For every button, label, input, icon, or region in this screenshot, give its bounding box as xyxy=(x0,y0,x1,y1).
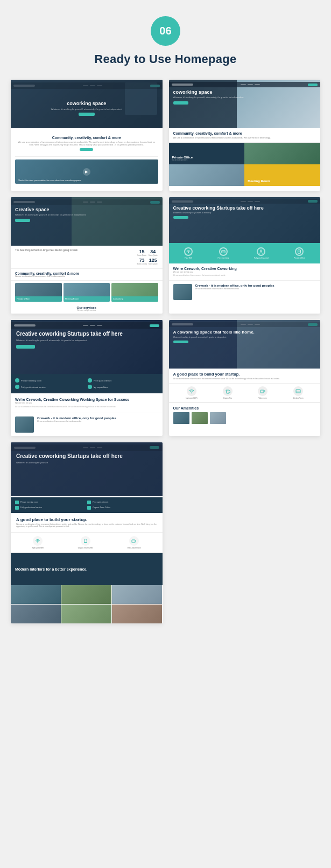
stat-num-2: 34 xyxy=(148,249,158,254)
stat-box-2: 34 Some Qoute xyxy=(148,249,158,256)
card7-feat-text-2: Free quick internet xyxy=(93,501,108,503)
card1-learn-more-btn[interactable] xyxy=(80,148,93,151)
card7-overlay: Creative coworking Startups take off her… xyxy=(11,442,163,496)
card3-community-text: We use combination of two resources that… xyxy=(15,275,158,277)
card7-feat-text-1: Private meeting room xyxy=(20,501,38,503)
feature-text-2: Free quick internet xyxy=(94,379,111,382)
card7-hero: Creative coworking Startups take off her… xyxy=(11,442,163,496)
card1-overlay: coworking space Whatever it's working fo… xyxy=(11,80,163,128)
page-wrapper: 06 Ready to Use Homepage cowor xyxy=(0,0,331,645)
feature-item-2: Free quick internet xyxy=(88,378,158,383)
card2-community: Community, creativity, comfort & more We… xyxy=(169,128,321,143)
card2-hero-title: coworking space xyxy=(173,89,316,95)
card5-overlay: Creative coworking Startups take off her… xyxy=(11,320,163,374)
card7-feat-icon-4 xyxy=(87,506,91,510)
crework-image xyxy=(173,284,192,300)
card1-video[interactable]: ▶ Check this video presentation for more… xyxy=(15,159,158,184)
svg-point-2 xyxy=(260,250,262,252)
card1-content: Community, creativity, comfort & more We… xyxy=(11,128,163,191)
nav-link xyxy=(90,325,95,326)
card4-info-body: We use a combination of two resources th… xyxy=(173,274,316,277)
card4-cta-btn[interactable] xyxy=(173,216,188,219)
card7-hero-sub: Whatever it's working for yourself xyxy=(16,461,157,464)
card5-info-sub: We are here for you xyxy=(15,402,158,404)
card3-stats: The best thing is that I no longer feel … xyxy=(11,246,163,269)
card3-service-cards: Private Office Meeting Room Coworking xyxy=(11,281,163,304)
img-thumb-4 xyxy=(11,605,61,623)
stat-num-4: 125 xyxy=(148,258,158,263)
card7-video-label: Video, advert room xyxy=(127,547,140,549)
icon-video: Video room xyxy=(258,386,267,399)
card6-good-place-text: We use a combination of two resources th… xyxy=(173,378,316,380)
svg-rect-6 xyxy=(260,390,264,393)
card5-crework-image xyxy=(15,416,34,433)
card7-feat-icon-1 xyxy=(15,501,19,504)
teal-feature-wifi: Fast Wifi xyxy=(184,247,193,259)
card6-amenities-title: Our Amenities xyxy=(173,406,316,410)
svg-point-5 xyxy=(191,393,192,393)
card2-cta-btn[interactable] xyxy=(173,101,188,105)
card7-tea-circle xyxy=(81,536,90,546)
card3-services-sub: We have multiple services xyxy=(13,309,160,311)
card7-feature-1: Private meeting room xyxy=(15,501,86,504)
card3-cta-btn[interactable] xyxy=(15,219,30,222)
video-icon-label: Video room xyxy=(258,397,266,399)
card3-hero-title: Creative space xyxy=(15,207,158,212)
card5-info-body: We use a combination of two resources th… xyxy=(15,406,158,408)
screenshot-card-5: Creative coworking Startups take off her… xyxy=(11,320,163,436)
stat-lbl-3: Some Lemma xyxy=(137,263,147,265)
card5-cta-nav-btn[interactable] xyxy=(150,324,159,327)
svg-rect-3 xyxy=(298,250,301,253)
card4-hero-title: Creative coworking Startups take off her… xyxy=(173,205,316,211)
img-thumb-5 xyxy=(61,605,111,623)
service-card-2: Meeting Room xyxy=(64,283,110,302)
img-thumb-1 xyxy=(11,585,61,604)
card4-hero: Creative coworking Startups take off her… xyxy=(169,197,321,243)
service-label-2: Meeting Room xyxy=(65,297,79,300)
card5-hero: Creative coworking Startups take off her… xyxy=(11,320,163,374)
feature-item-1: Private meeting room xyxy=(15,378,86,383)
card3-services-title: Our services We have multiple services xyxy=(11,304,163,314)
card2-hero: coworking space Whatever it's working fo… xyxy=(169,80,321,128)
img-thumb-6 xyxy=(112,605,162,623)
stat-box-3: 73 Some Lemma xyxy=(137,258,147,265)
card6-cta-btn[interactable] xyxy=(173,341,188,343)
card7-good-place-text: We use a combination of two resources th… xyxy=(16,523,157,529)
card5-nav-links xyxy=(83,325,102,326)
card1-hero-title: coworking space xyxy=(67,101,106,106)
amenity-thumb-1 xyxy=(173,412,189,424)
card4-info-title: We're Crework, Creative Coworking xyxy=(173,267,316,270)
card4-crework: Crework - it is modern office, only for … xyxy=(169,280,321,303)
teal-feature-wifi-label: Fast Wifi xyxy=(185,257,192,259)
card3-hero: Creative space Whatever it's working for… xyxy=(11,197,163,246)
service-card-1: Private Office xyxy=(15,283,62,302)
teal-feature-meeting-label: Free meeting xyxy=(218,257,229,259)
meeting-icon-circle xyxy=(293,386,303,396)
card5-cta-btn[interactable] xyxy=(16,345,35,349)
teal-feature-office-label: Private Office xyxy=(294,257,305,259)
card2-meeting-room-label: Meeting Room xyxy=(248,179,317,183)
card5-info-title: We're Crework, Creative Coworking Workin… xyxy=(15,398,158,401)
card1-community-text: We use a combination of two resources th… xyxy=(17,141,156,146)
card2-private-office-sub: for all independent xyxy=(172,159,242,161)
stat-box-1: 15 Some Qoute xyxy=(137,249,147,256)
page-title: Ready to Use Homepage xyxy=(94,52,236,66)
svg-rect-11 xyxy=(132,540,135,543)
crework-title: Crework - it is modern office, only for … xyxy=(195,284,274,287)
header: 06 Ready to Use Homepage xyxy=(94,16,236,66)
feature-item-3: Fully, professional service xyxy=(15,385,86,389)
screenshot-card-6: A coworking space that feels like home. … xyxy=(169,320,321,436)
card1-hero-cta[interactable] xyxy=(79,113,95,116)
card2-overlay: coworking space Whatever it's working fo… xyxy=(169,80,321,128)
card7-wifi-label: high speed WiFi xyxy=(32,547,44,549)
play-button[interactable]: ▶ xyxy=(83,168,90,176)
card5-features: Private meeting room Free quick internet… xyxy=(11,374,163,393)
feature-text-3: Fully, professional service xyxy=(21,386,46,388)
card1-video-text: Check this video presentation for more a… xyxy=(18,179,81,182)
card7-icon-tea: Organic Tea n Coffee xyxy=(78,536,93,549)
feature-item-4: My capabilities xyxy=(88,385,158,389)
card2-tile-meeting-room: Meeting Room xyxy=(244,164,320,186)
teal-feature-service-label: Fully professional xyxy=(254,257,269,259)
card5-crework: Crework - it is modern office, only for … xyxy=(11,413,163,436)
card6-icons-row: high speed WiFi Organic Tea Video room xyxy=(169,384,321,402)
